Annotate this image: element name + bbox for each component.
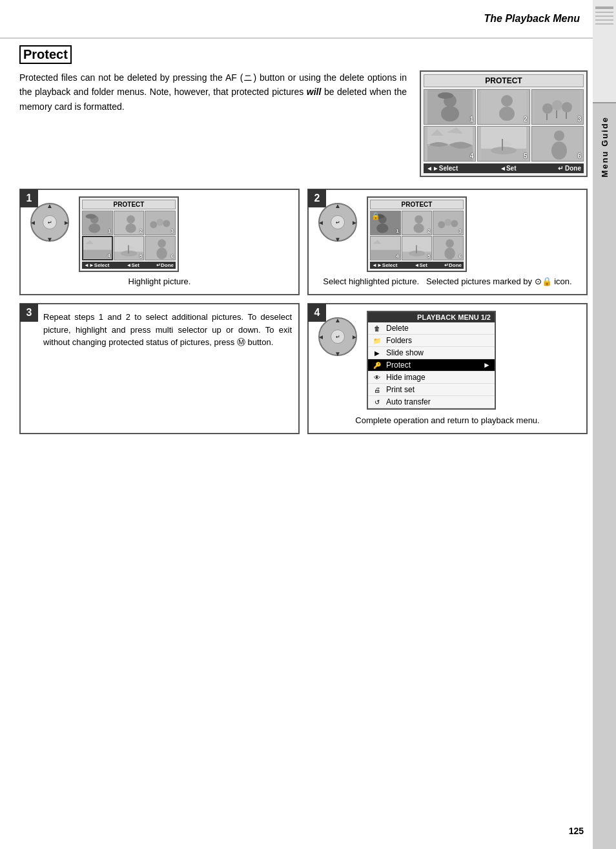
- intro-text: Protected files can not be deleted by pr…: [19, 70, 407, 177]
- menu-item-transfer: ↺ Auto transfer: [368, 396, 495, 408]
- protect-icon: 🔑: [372, 361, 382, 370]
- grid-cell-6: 6: [531, 126, 584, 162]
- page-body: Protect Protected files can not be delet…: [19, 45, 588, 434]
- s1-cell-1: 1: [82, 211, 113, 235]
- svg-point-50: [376, 224, 388, 233]
- page-number: 125: [569, 826, 584, 836]
- step-2-camera-screen: PROTECT 🔒 1: [367, 196, 467, 272]
- svg-rect-16: [546, 114, 548, 120]
- step-2-grid: 🔒 1 2: [370, 211, 464, 260]
- hide-icon: 👁: [372, 373, 382, 382]
- s2-cell-3: 3: [433, 211, 464, 235]
- menu-item-hide: 👁 Hide image: [368, 372, 495, 384]
- main-statusbar: ◄►Select ◄Set ↵ Done: [424, 163, 584, 173]
- playback-menu: PLAYBACK MENU 1/2 🗑 Delete 📁 Folders ▶ S…: [367, 311, 496, 410]
- sidebar: Menu Guide: [593, 0, 616, 849]
- menu-label-hide: Hide image: [386, 373, 426, 382]
- svg-point-13: [542, 103, 553, 114]
- delete-icon: 🗑: [372, 324, 382, 333]
- svg-point-57: [445, 219, 452, 226]
- statusbar-done: ↵ Done: [558, 165, 581, 172]
- step-3-text: Repeat steps 1 and 2 to select additiona…: [43, 311, 292, 426]
- svg-point-56: [438, 221, 446, 228]
- step-3-box: 3 Repeat steps 1 and 2 to select additio…: [19, 303, 300, 434]
- protect-screen-main: PROTECT 1: [420, 70, 588, 177]
- svg-point-30: [88, 224, 100, 233]
- step-4-dpad: ↵ ▲ ▼ ◄ ►: [315, 314, 360, 359]
- svg-point-11: [499, 107, 515, 121]
- s1-cell-6: 6: [145, 236, 176, 260]
- s1-cell-5: 5: [114, 236, 145, 260]
- s2-cell-6: 6: [433, 236, 464, 260]
- page-title: The Playback Menu: [484, 13, 580, 25]
- step-4-box: 4 ↵ ▲ ▼ ◄ ► PLAYBACK MENU 1/2 🗑 Delete: [307, 303, 588, 434]
- step-1-statusbar: ◄►Select ◄Set ↵Done: [82, 262, 176, 269]
- svg-point-66: [446, 239, 455, 247]
- svg-point-58: [451, 220, 458, 227]
- steps-bottom-row: 3 Repeat steps 1 and 2 to select additio…: [19, 303, 588, 434]
- protect-arrow-icon: ►: [483, 361, 491, 370]
- s2-cell-4: 4: [370, 236, 401, 260]
- intro-row: Protected files can not be deleted by pr…: [19, 70, 588, 177]
- svg-point-47: [157, 247, 167, 259]
- grid-cell-1: 1: [424, 89, 476, 125]
- svg-point-67: [445, 247, 455, 259]
- svg-point-27: [551, 142, 567, 160]
- menu-label-protect: Protect: [386, 361, 411, 370]
- step-2-caption: Select highlighted picture. Selected pic…: [315, 276, 580, 288]
- grid-cell-4: 4: [424, 126, 476, 162]
- s1-cell-2: 2: [114, 211, 145, 235]
- menu-item-folders: 📁 Folders: [368, 335, 495, 347]
- step-2-screen-title: PROTECT: [370, 200, 464, 209]
- slideshow-icon: ▶: [372, 348, 382, 357]
- svg-point-8: [438, 92, 453, 99]
- main-camera-grid: 1 2: [424, 89, 584, 162]
- step-2-statusbar: ◄►Select ◄Set ↵Done: [370, 262, 464, 269]
- s1-cell-4: 4: [82, 236, 113, 260]
- header-bar: The Playback Menu: [0, 0, 593, 39]
- step-1-caption: Highlight picture.: [27, 276, 292, 288]
- statusbar-select: ◄►Select: [426, 165, 458, 172]
- s2-cell-1: 🔒 1: [370, 211, 401, 235]
- steps-top-row: 1 ↵ ▲ ▼ ◄ ► PROTECT: [19, 189, 588, 295]
- step-1-screen: PROTECT 1: [79, 196, 292, 272]
- svg-rect-44: [128, 245, 129, 253]
- menu-label-delete: Delete: [386, 324, 409, 333]
- section-title: Protect: [19, 45, 72, 64]
- svg-rect-17: [556, 110, 557, 118]
- svg-point-26: [554, 131, 564, 141]
- print-icon: 🖨: [372, 385, 382, 394]
- step-2-dpad: ↵ ▲ ▼ ◄ ►: [315, 200, 360, 245]
- svg-point-14: [552, 100, 562, 110]
- svg-rect-1: [595, 12, 613, 13]
- svg-point-10: [501, 95, 513, 107]
- svg-rect-18: [566, 112, 567, 119]
- menu-item-protect: 🔑 Protect ►: [368, 359, 495, 372]
- step-1-box: 1 ↵ ▲ ▼ ◄ ► PROTECT: [19, 189, 300, 295]
- svg-point-34: [125, 224, 136, 233]
- step-1-screen-title: PROTECT: [82, 200, 176, 209]
- step-1-content: ↵ ▲ ▼ ◄ ► PROTECT: [27, 196, 292, 272]
- step-4-content: ↵ ▲ ▼ ◄ ► PLAYBACK MENU 1/2 🗑 Delete 📁 F: [315, 311, 580, 410]
- statusbar-set: ◄Set: [500, 165, 516, 172]
- grid-cell-3: 3: [531, 89, 584, 125]
- svg-point-46: [158, 239, 167, 247]
- grid-cell-2: 2: [477, 89, 529, 125]
- svg-rect-0: [595, 6, 613, 9]
- step-1-camera-screen: PROTECT 1: [79, 196, 179, 272]
- step-3-number: 3: [20, 304, 38, 322]
- menu-item-print: 🖨 Print set: [368, 384, 495, 396]
- step-1-grid: 1 2: [82, 211, 176, 260]
- svg-rect-24: [502, 139, 503, 151]
- svg-point-38: [163, 220, 170, 227]
- sidebar-top-decoration: [593, 0, 616, 103]
- svg-point-7: [441, 106, 459, 121]
- svg-rect-64: [416, 245, 417, 253]
- svg-point-54: [413, 224, 424, 233]
- transfer-icon: ↺: [372, 397, 382, 406]
- intro-bold: will: [307, 87, 322, 97]
- menu-item-slideshow: ▶ Slide show: [368, 347, 495, 359]
- menu-label-transfer: Auto transfer: [386, 397, 431, 406]
- s2-cell-2: 2: [402, 211, 433, 235]
- svg-rect-4: [595, 23, 613, 25]
